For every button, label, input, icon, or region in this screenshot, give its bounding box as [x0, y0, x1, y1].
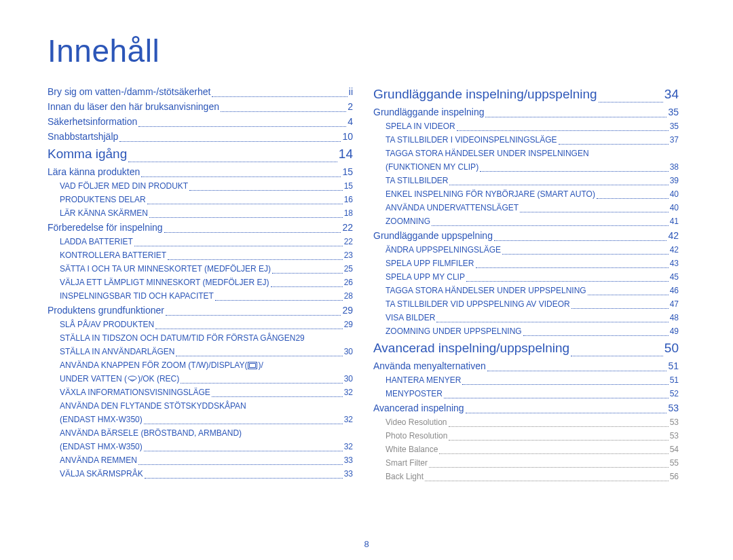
toc-entry[interactable]: TA STILLBILDER I VIDEOINSPELNINGSLÄGE37	[373, 133, 679, 147]
toc-label: LADDA BATTERIET	[60, 235, 133, 248]
toc-leader	[559, 143, 669, 145]
toc-leader	[138, 464, 343, 465]
toc-label: UNDER VATTEN ()/OK (REC)	[60, 372, 179, 386]
toc-entry[interactable]: ENKEL INSPELNING FÖR NYBÖRJARE (SMART AU…	[373, 187, 679, 201]
toc-leader	[480, 170, 669, 172]
toc-entry[interactable]: Innan du läser den här bruksanvisningen2	[48, 99, 353, 114]
toc-label: SPELA UPP FILMFILER	[386, 257, 474, 270]
toc-entry[interactable]: ZOOMNING UNDER UPPSPELNING49	[373, 324, 679, 338]
toc-label: LÄR KÄNNA SKÄRMEN	[60, 206, 148, 220]
toc-entry[interactable]: VÄXLA INFORMATIONSVISNINGSLÄGE32	[48, 386, 353, 399]
toc-entry[interactable]: SPELA UPP FILMFILER43	[373, 257, 679, 270]
toc-entry[interactable]: SLÅ PÅ/AV PRODUKTEN29	[48, 318, 353, 331]
toc-entry[interactable]: ANVÄNDA UNDERVATTENSLÄGET40	[373, 201, 679, 214]
toc-entry[interactable]: SÄTTA I OCH TA UR MINNESKORTET (MEDFÖLJE…	[48, 262, 353, 276]
toc-entry[interactable]: VISA BILDER48	[373, 311, 679, 324]
toc-entry[interactable]: Förberedelse för inspelning22	[48, 220, 353, 235]
toc-entry[interactable]: VÄLJA SKÄRMSPRÅK33	[48, 467, 353, 481]
toc-label: MENYPOSTER	[386, 387, 443, 400]
toc-entry[interactable]: INSPELNINGSBAR TID OCH KAPACITET28	[48, 289, 353, 303]
toc-entry[interactable]: Avancerad inspelning53	[373, 400, 679, 415]
toc-entry[interactable]: Produktens grundfunktioner29	[48, 303, 353, 318]
toc-entry[interactable]: Komma igång14	[48, 144, 353, 164]
toc-leader	[599, 101, 663, 102]
toc-entry[interactable]: KONTROLLERA BATTERIET23	[48, 248, 353, 262]
toc-entry[interactable]: White Balance54	[373, 443, 679, 456]
toc-entry[interactable]: Photo Resolution53	[373, 429, 679, 443]
toc-page: 28	[344, 289, 353, 303]
toc-entry[interactable]: Grundläggande inspelning35	[373, 105, 679, 119]
toc-page: 15	[344, 179, 353, 193]
toc-page: 4	[347, 114, 353, 129]
toc-entry[interactable]: TAGGA STORA HÄNDELSER UNDER UPPSPELNING4…	[373, 284, 679, 297]
toc-label: TA STILLBILDER	[386, 174, 448, 187]
toc-entry[interactable]: LADDA BATTERIET22	[48, 235, 353, 248]
toc-leader	[221, 111, 346, 112]
toc-entry[interactable]: Säkerhetsinformation4	[48, 114, 353, 129]
toc-entry[interactable]: SPELA IN VIDEOR35	[373, 119, 679, 133]
toc-leader	[176, 355, 342, 356]
toc-leader	[462, 384, 668, 385]
toc-entry[interactable]: ANVÄNDA DEN FLYTANDE STÖTSKYDDSKÅPAN(END…	[48, 399, 353, 426]
toc-label: Video Resolution	[386, 415, 447, 429]
toc-leader	[155, 328, 342, 329]
toc-entry[interactable]: ÄNDRA UPPSPELNINGSLÄGE42	[373, 243, 679, 257]
toc-page: 56	[670, 470, 679, 483]
toc-entry[interactable]: Använda menyalternativen51	[373, 358, 679, 373]
toc-entry[interactable]: MENYPOSTER52	[373, 387, 679, 400]
toc-label: Avancerad inspelning/uppspelning	[373, 338, 569, 358]
toc-leader	[571, 355, 663, 356]
toc-entry[interactable]: Grundläggande uppspelning42	[373, 228, 679, 243]
toc-page: 30	[344, 372, 353, 386]
toc-label: TAGGA STORA HÄNDELSER UNDER UPPSPELNING	[386, 284, 586, 297]
toc-entry[interactable]: TA STILLBILDER39	[373, 174, 679, 187]
toc-page: 25	[344, 262, 353, 276]
toc-label: White Balance	[386, 443, 438, 456]
toc-entry[interactable]: VAD FÖLJER MED DIN PRODUKT15	[48, 179, 353, 193]
toc-entry[interactable]: Back Light56	[373, 470, 679, 483]
toc-page: 32	[344, 440, 353, 453]
toc-entry[interactable]: VÄLJA ETT LÄMPLIGT MINNESKORT (MEDFÖLJER…	[48, 276, 353, 289]
toc-label: SLÅ PÅ/AV PRODUKTEN	[60, 318, 154, 331]
toc-leader	[466, 412, 667, 413]
toc-page: 53	[670, 415, 679, 429]
toc-left-column: Bry sig om vatten-/damm-/stötsäkerhetiiI…	[48, 84, 353, 483]
toc-entry[interactable]: Smart Filter55	[373, 456, 679, 470]
toc-label: VÄLJA SKÄRMSPRÅK	[60, 467, 143, 481]
toc-entry[interactable]: PRODUKTENS DELAR16	[48, 193, 353, 206]
toc-entry[interactable]: STÄLLA IN ANVÄNDARLÄGEN30	[48, 345, 353, 358]
toc-leader	[272, 272, 343, 274]
toc-entry[interactable]: Avancerad inspelning/uppspelning50	[373, 338, 679, 358]
toc-label: ANVÄNDA UNDERVATTENSLÄGET	[386, 201, 519, 214]
toc-label: ANVÄNDA KNAPPEN FÖR ZOOM (T/W)/DISPLAY()…	[60, 358, 353, 372]
svg-point-2	[128, 376, 136, 380]
toc-entry[interactable]: TAGGA STORA HÄNDELSER UNDER INSPELNINGEN…	[373, 147, 679, 174]
toc-entry[interactable]: Bry sig om vatten-/damm-/stötsäkerhetii	[48, 84, 353, 99]
toc-entry[interactable]: STÄLLA IN TIDSZON OCH DATUM/TID FÖR FÖRS…	[48, 331, 353, 345]
toc-entry[interactable]: ANVÄNDA KNAPPEN FÖR ZOOM (T/W)/DISPLAY()…	[48, 358, 353, 386]
toc-page: 48	[670, 311, 679, 324]
toc-leader	[457, 130, 669, 131]
svg-rect-1	[250, 364, 256, 368]
toc-page: 38	[670, 160, 679, 174]
toc-entry[interactable]: SPELA UPP MY CLIP45	[373, 270, 679, 284]
toc-entry[interactable]: HANTERA MENYER51	[373, 373, 679, 387]
toc-label: SPELA UPP MY CLIP	[386, 270, 465, 284]
toc-page: 16	[344, 193, 353, 206]
toc-entry[interactable]: Snabbstartshjälp10	[48, 129, 353, 144]
toc-entry[interactable]: ZOOMNING41	[373, 214, 679, 228]
toc-entry[interactable]: ANVÄNDA BÄRSELE (BRÖSTBAND, ARMBAND)(END…	[48, 426, 353, 453]
toc-label: ZOOMNING	[386, 214, 430, 228]
toc-leader	[144, 423, 343, 424]
toc-entry[interactable]: Grundläggande inspelning/uppspelning34	[373, 84, 679, 105]
toc-entry[interactable]: ANVÄNDA REMMEN33	[48, 453, 353, 467]
toc-leader	[134, 245, 343, 246]
toc-leader	[439, 453, 668, 454]
toc-entry[interactable]: Lära känna produkten15	[48, 164, 353, 179]
toc-leader	[588, 294, 669, 295]
toc-label: ANVÄNDA DEN FLYTANDE STÖTSKYDDSKÅPAN	[60, 399, 353, 413]
toc-label: Använda menyalternativen	[373, 358, 486, 373]
toc-entry[interactable]: TA STILLBILDER VID UPPSPELNING AV VIDEOR…	[373, 297, 679, 311]
toc-entry[interactable]: Video Resolution53	[373, 415, 679, 429]
toc-entry[interactable]: LÄR KÄNNA SKÄRMEN18	[48, 206, 353, 220]
